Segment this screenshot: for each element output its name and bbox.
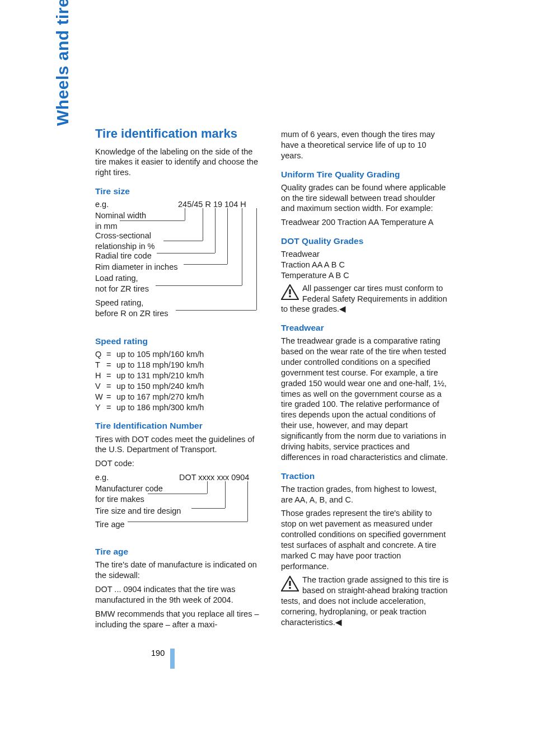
heading-tin: Tire Identification Number (95, 420, 263, 431)
heading-tire-size: Tire size (95, 186, 263, 197)
dot-l1: Treadwear (281, 249, 449, 260)
traction-p1: The traction grades, from highest to low… (281, 484, 449, 505)
label-nominal-width: Nominal width (95, 210, 146, 221)
left-column: Tire identification marks Knowledge of t… (95, 126, 263, 633)
speed-row: W=up to 167 mph/270 km/h (95, 392, 263, 402)
label-rim-diameter: Rim diameter in inches (95, 262, 177, 273)
end-mark-icon: ◀ (339, 304, 346, 313)
dot-diagram: e.g. DOT xxxx xxx 0904 Manufacturer code… (95, 472, 263, 533)
svg-rect-5 (289, 587, 291, 589)
page-number-bar (170, 649, 175, 669)
label-cross-sectional: Cross-sectional (95, 231, 154, 241)
right-column: mum of 6 years, even though the tires ma… (281, 126, 449, 633)
svg-rect-1 (289, 289, 291, 294)
speed-row: H=up to 131 mph/210 km/h (95, 370, 263, 381)
end-mark-icon: ◀ (335, 618, 342, 627)
dot-spec: DOT xxxx xxx 0904 (179, 472, 249, 483)
intro-text: Knowledge of the labeling on the side of… (95, 147, 263, 179)
label-in-mm: in mm (95, 221, 146, 232)
utqg-p2: Treadwear 200 Traction AA Temperature A (281, 217, 449, 228)
dot-warning-text: All passenger car tires must conform to … (281, 284, 447, 314)
heading-speed-rating: Speed rating (95, 336, 263, 347)
heading-utqg: Uniform Tire Quality Grading (281, 169, 449, 180)
label-before-r: before R on ZR tires (95, 308, 168, 319)
heading-treadwear: Treadwear (281, 322, 449, 334)
dot-l2: Traction AA A B C (281, 260, 449, 270)
speed-row: V=up to 150 mph/240 km/h (95, 381, 263, 392)
speed-row: T=up to 118 mph/190 km/h (95, 360, 263, 370)
label-relationship: relationship in % (95, 241, 154, 252)
tire-spec: 245/45 R 19 104 H (178, 199, 246, 210)
heading-dot-grades: DOT Quality Grades (281, 236, 449, 247)
speed-row: Q=up to 105 mph/160 km/h (95, 349, 263, 360)
eg-label: e.g. (95, 199, 109, 210)
utqg-p1: Quality grades can be found where applic… (281, 182, 449, 214)
warning-icon (281, 284, 299, 300)
section-tab: Wheels and tires (53, 0, 72, 126)
page-number: 190 (151, 649, 165, 658)
label-mfr-code: Manufacturer code (95, 483, 163, 494)
dot-l3: Temperature A B C (281, 270, 449, 281)
eg-label: e.g. (95, 472, 109, 483)
treadwear-p: The treadwear grade is a comparative rat… (281, 336, 449, 462)
svg-rect-4 (289, 581, 291, 586)
traction-p2: Those grades represent the tire's abilit… (281, 508, 449, 571)
heading-traction: Traction (281, 471, 449, 482)
speed-row: Y=up to 186 mph/300 km/h (95, 402, 263, 413)
warning-icon (281, 576, 299, 591)
tire-age-p3: BMW recommends that you replace all tire… (95, 609, 263, 630)
label-tire-size-design: Tire size and tire design (95, 506, 181, 516)
tin-p2: DOT code: (95, 458, 263, 469)
label-not-zr: not for ZR tires (95, 284, 149, 294)
tire-age-p1: The tire's date of manufacture is indica… (95, 560, 263, 581)
svg-rect-2 (289, 295, 291, 297)
tire-age-p2: DOT ... 0904 indicates that the tire was… (95, 584, 263, 605)
page-number-block: 190 (151, 649, 478, 669)
page-title: Tire identification marks (95, 126, 263, 142)
traction-warning-text: The traction grade assigned to this tire… (281, 575, 448, 626)
label-tire-age: Tire age (95, 519, 125, 530)
speed-rating-table: Q=up to 105 mph/160 km/h T=up to 118 mph… (95, 349, 263, 412)
tire-size-diagram: e.g. 245/45 R 19 104 H Nominal width in … (95, 199, 263, 328)
label-load-rating: Load rating, (95, 273, 149, 284)
label-speed-rating: Speed rating, (95, 298, 168, 308)
tin-p1: Tires with DOT codes meet the guidelines… (95, 434, 263, 456)
label-radial-code: Radial tire code (95, 251, 152, 261)
continuation-text: mum of 6 years, even though the tires ma… (281, 129, 449, 161)
label-tire-makes: for tire makes (95, 494, 163, 505)
heading-tire-age: Tire age (95, 546, 263, 557)
